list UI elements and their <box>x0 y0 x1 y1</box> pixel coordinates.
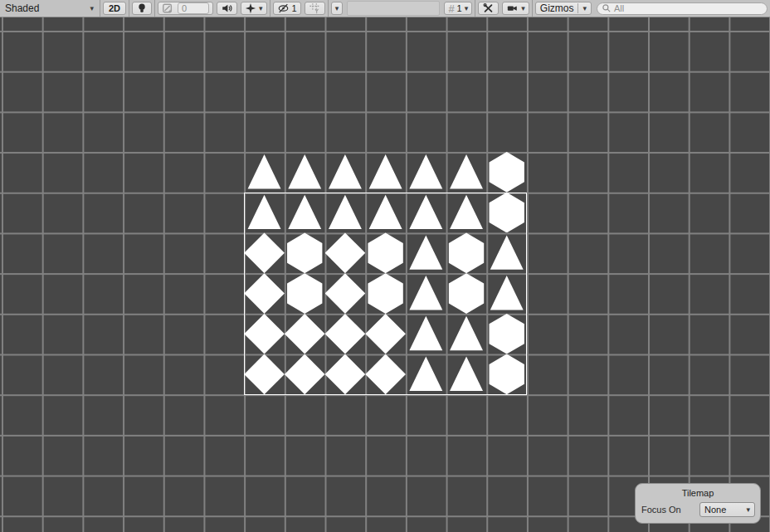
chevron-down-icon: ▾ <box>521 5 525 12</box>
tile-triangle <box>406 273 446 314</box>
tile-diamond <box>365 354 406 395</box>
tile-triangle <box>406 314 446 354</box>
tilemap-tiles <box>244 152 527 395</box>
tile-hexagon <box>446 273 487 314</box>
tile-triangle <box>325 152 366 193</box>
exposure-value-field: 0 <box>178 2 209 14</box>
chevron-down-icon: ▾ <box>582 5 587 12</box>
grid-axis-value: 1 <box>457 3 462 13</box>
scene-viewport[interactable]: Tilemap Focus On None ▾ <box>0 17 770 532</box>
chevron-down-icon: ▾ <box>746 506 750 514</box>
toolbar-separator <box>328 0 329 17</box>
lightbulb-icon <box>136 2 148 14</box>
grid-hash-icon: # <box>448 2 454 15</box>
tile-triangle <box>446 354 487 395</box>
tile-triangle <box>244 193 285 233</box>
toolbar-separator <box>270 0 270 17</box>
tile-triangle <box>406 232 446 273</box>
tile-triangle <box>365 193 406 233</box>
tile-triangle <box>446 314 487 354</box>
audio-toggle-button[interactable] <box>217 2 237 15</box>
crossed-tools-icon <box>482 2 495 14</box>
tile-hexagon <box>486 193 527 233</box>
camera-settings-dropdown[interactable]: ▾ <box>502 2 529 15</box>
tile-triangle <box>446 193 487 233</box>
toolbar-separator <box>154 0 155 17</box>
grid-snapping-button <box>305 2 325 15</box>
exposure-control: 0 <box>158 2 213 15</box>
exposure-image-icon <box>162 2 173 14</box>
tile-hexagon <box>486 354 527 395</box>
search-placeholder: All <box>614 3 624 13</box>
camera-icon <box>506 2 519 14</box>
toolbar-separator <box>532 0 533 17</box>
eye-slash-icon <box>277 2 290 14</box>
tile-diamond <box>244 314 285 354</box>
tile-diamond <box>244 232 285 273</box>
overlays-tools-button[interactable] <box>478 2 499 15</box>
shading-mode-label: Shaded <box>5 2 90 14</box>
tilemap-panel-title: Tilemap <box>636 488 760 498</box>
grid-visual-dropdown[interactable]: # 1 ▾ <box>444 2 472 15</box>
shading-mode-dropdown[interactable]: Shaded ▾ <box>0 0 99 17</box>
tile-diamond <box>325 232 366 273</box>
chevron-down-icon: ▾ <box>335 5 339 12</box>
gizmos-dropdown-button[interactable]: Gizmos ▾ <box>535 2 592 15</box>
2d-mode-label: 2D <box>109 3 120 13</box>
tile-diamond <box>365 314 406 354</box>
scene-lighting-toggle-button[interactable] <box>132 2 152 15</box>
tile-triangle <box>486 232 527 273</box>
tile-diamond <box>285 354 325 395</box>
toolbar-separator <box>129 0 129 17</box>
tile-triangle <box>285 152 325 193</box>
tile-triangle <box>486 273 527 314</box>
focus-on-dropdown[interactable]: None ▾ <box>699 502 755 517</box>
tile-diamond <box>244 354 285 395</box>
tile-triangle <box>406 193 446 233</box>
focus-on-label: Focus On <box>641 505 681 515</box>
scene-search-field[interactable]: All <box>597 2 768 15</box>
chevron-down-icon: ▾ <box>259 5 263 12</box>
snap-grid-icon <box>309 2 321 14</box>
tile-triangle <box>285 193 325 233</box>
speaker-icon <box>221 2 233 14</box>
hidden-objects-count: 1 <box>292 3 297 13</box>
unity-scene-view: Shaded ▾ 2D 0 <box>0 0 770 532</box>
tile-diamond <box>325 314 366 354</box>
tilemap-panel-row: Focus On None ▾ <box>636 502 760 517</box>
tile-hexagon <box>446 232 487 273</box>
tilemap-focus-panel: Tilemap Focus On None ▾ <box>635 483 761 524</box>
toolbar-separator <box>475 0 475 17</box>
tile-diamond <box>244 273 285 314</box>
tile-diamond <box>325 354 366 395</box>
tile-triangle <box>406 354 446 395</box>
gizmos-separator <box>578 3 578 13</box>
tile-hexagon <box>285 232 325 273</box>
chevron-down-icon: ▾ <box>465 5 469 12</box>
search-icon <box>602 3 612 13</box>
tile-triangle <box>446 152 487 193</box>
tile-triangle <box>325 193 366 233</box>
tile-triangle <box>244 152 285 193</box>
effects-sparkle-icon <box>245 2 256 14</box>
focus-on-value: None <box>704 505 746 515</box>
toolbar-separator <box>100 0 100 17</box>
scene-visibility-button[interactable]: 1 <box>273 2 301 15</box>
tile-diamond <box>285 314 325 354</box>
tile-hexagon <box>365 273 406 314</box>
effects-dropdown-button[interactable]: ▾ <box>241 2 267 15</box>
scene-view-toolbar: Shaded ▾ 2D 0 <box>0 0 770 17</box>
tile-diamond <box>325 273 366 314</box>
chevron-down-icon: ▾ <box>90 5 94 12</box>
snapping-options-dropdown[interactable]: ▾ <box>331 2 344 15</box>
tile-hexagon <box>486 314 527 354</box>
toolbar-empty-area <box>347 1 440 16</box>
tile-triangle <box>406 152 446 193</box>
gizmos-label: Gizmos <box>540 2 574 14</box>
tile-hexagon <box>285 273 325 314</box>
tile-hexagon <box>486 152 527 193</box>
2d-mode-toggle-button[interactable]: 2D <box>103 2 126 15</box>
tile-triangle <box>365 152 406 193</box>
tile-hexagon <box>365 232 406 273</box>
